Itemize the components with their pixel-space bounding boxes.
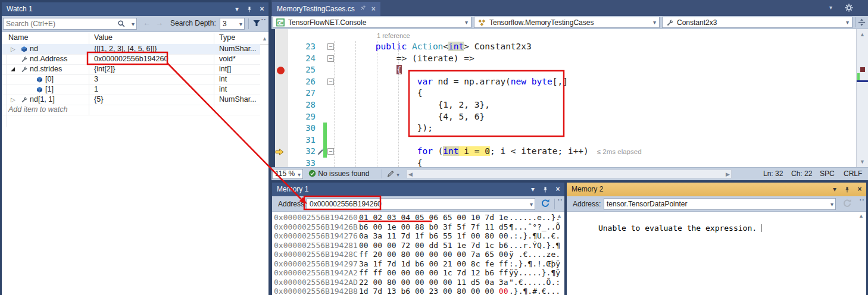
breakpoint-margin[interactable] [275,29,288,167]
health-indicator[interactable]: No issues found [308,170,369,178]
fold-collapse-icon[interactable]: – [327,79,334,85]
code-line[interactable]: { [334,64,402,76]
expander-collapsed-icon[interactable]: ▷ [11,95,15,105]
code-line[interactable]: { [334,87,422,99]
expander-expanded-icon[interactable] [11,67,15,71]
toolbar-overflow[interactable]: ·· [261,16,267,23]
close-icon[interactable]: × [554,186,562,194]
watch-value: 1 [94,84,210,95]
code-line[interactable]: {4, 5, 6} [334,111,485,123]
code-line[interactable]: public Action<int> Constant2x3 [334,41,532,53]
fold-collapse-icon[interactable]: – [327,55,334,62]
tab-close-icon[interactable]: × [371,2,376,16]
watch-row[interactable]: Add item to watch [2,105,260,115]
code-line[interactable]: => (iterate) => [334,53,474,65]
search-forward-icon[interactable]: → [155,18,163,27]
watch-grid[interactable]: Name Value Type ▷nd{[[1, 2, 3], [4, 5, 6… [2,32,268,295]
status-insert-mode: SPC [820,170,835,178]
col-value[interactable]: Value [94,33,113,43]
text-cursor [761,224,761,232]
memory-ascii: ÿÿ.....}.¶ÿ [509,268,560,278]
watch-type: int [219,84,261,95]
filter-watch-icon[interactable] [252,18,261,30]
watch-row[interactable]: nd.strides{int[2]}int[] [2,64,260,75]
tab-list-caret-icon[interactable]: ▾ [829,4,832,11]
class-dropdown[interactable]: Tensorflow.MemoryTestingCases ▾ [474,17,660,28]
watch-name: nd[1, 1] [30,95,88,105]
line-number: 29 [293,111,316,123]
col-type[interactable]: Type [219,33,235,43]
address-caret-icon[interactable]: ▾ [530,199,533,210]
fold-collapse-icon[interactable]: – [327,43,334,50]
codelens-references[interactable]: 1 reference [377,32,410,39]
window-position-icon[interactable]: ▾ [529,186,537,194]
toolbar-overflow[interactable]: ·· [558,196,563,203]
svg-text:C#: C# [277,20,284,25]
search-back-icon[interactable]: ← [143,18,151,27]
memory2-address-input[interactable]: tensor.TensorDataPointer ▾ [604,198,836,210]
member-dropdown[interactable]: Constant2x3 ▾ [662,17,853,28]
code-editor: MemoryTestingCases.cs × ▾ C# TensorFlowN… [271,0,868,180]
memory1-scroll-up-icon[interactable]: ▲ [555,213,564,219]
code-area[interactable]: 1 reference 23– public Action<int> Const… [271,29,868,167]
editor-status-bar: 115 % ▾ No issues found ▾ ◀ ▶ Ln: 32 Ch:… [271,167,868,180]
code-line[interactable]: }); [334,123,433,134]
line-number: 31 [293,134,316,146]
scroll-down-icon[interactable]: ▼ [857,159,868,165]
code-line[interactable]: for (int i = 0; i < iterate; i++)≤ 2ms e… [334,146,642,158]
tab-memorytestingcases[interactable]: MemoryTestingCases.cs × [272,2,380,16]
perf-tip[interactable]: ≤ 2ms elapsed [589,148,642,155]
pin-icon[interactable] [541,186,549,194]
search-options-caret-icon[interactable]: ▾ [132,19,135,30]
watch-row[interactable]: ▷nd{[[1, 2, 3], [4, 5, 6]]}NumShar... [2,44,260,55]
toolbar-overflow[interactable]: ·· [860,196,865,203]
memory2-message: Unable to evaluate the expression. [598,224,757,233]
close-icon[interactable]: × [258,5,266,14]
code-line[interactable]: { [334,158,422,167]
watch-row[interactable]: ▷nd[1, 1]{5}NumShar... [2,95,260,105]
memory2-scroll-up-icon[interactable]: ▲ [857,213,866,219]
editor-vertical-scrollbar[interactable]: ▲ ▼ [856,29,868,167]
project-dropdown[interactable]: C# TensorFlowNET.Console ▾ [273,17,472,28]
zoom-select[interactable]: 115 % ▾ [272,169,303,179]
editor-horizontal-scrollbar[interactable]: ◀ ▶ [407,170,732,178]
search-icon[interactable] [117,20,126,30]
code-line[interactable]: {1, 2, 3}, [334,99,490,111]
code-cleanup-icon[interactable]: ▾ [386,170,399,178]
search-depth-select[interactable]: 3 ▾ [220,18,245,30]
memory1-title-bar[interactable]: Memory 1 ▾ × [272,183,564,196]
close-icon[interactable]: × [855,186,864,194]
memory2-title-bar[interactable]: Memory 2 ▾ × [567,183,866,196]
pin-icon[interactable] [843,186,851,194]
window-position-icon[interactable]: ▾ [830,186,839,194]
address-caret-icon[interactable]: ▾ [830,199,833,210]
memory2-content[interactable]: Unable to evaluate the expression. [567,212,866,295]
split-window-icon[interactable] [857,18,866,29]
breakpoint-icon[interactable] [277,67,285,74]
scroll-up-icon[interactable]: ▲ [857,32,868,37]
watch-type: int [219,74,261,84]
watch-title-bar[interactable]: Watch 1 ▾ × [2,2,268,16]
search-input[interactable]: Search (Ctrl+E) ▾ [3,18,137,30]
refresh-icon[interactable] [540,198,551,211]
fold-collapse-icon[interactable]: – [327,148,334,155]
watch-name: Add item to watch [8,105,82,115]
memory1-content[interactable]: 0x000002556B19426001 02 03 04 05 06 65 0… [272,212,564,295]
changed-byte: 00 [499,287,508,295]
tab-pin-icon[interactable] [360,2,367,16]
col-name[interactable]: Name [8,33,28,43]
pin-icon[interactable] [245,5,254,14]
watch-scroll-up-icon[interactable]: ▲ [262,36,267,42]
line-number: 25 [293,64,316,76]
line-number: 30 [293,123,316,134]
expander-collapsed-icon[interactable]: ▷ [11,44,15,54]
memory-address: 0x000002556B194297 [274,259,358,269]
window-position-icon[interactable]: ▾ [233,5,241,14]
watch-row[interactable]: [1]1int [2,84,260,95]
watch-row[interactable]: [0]3int [2,74,260,85]
code-line[interactable]: var nd = np.array(new byte[,] [334,76,568,88]
watch-row[interactable]: nd.Address0x000002556b194260void* [2,54,260,65]
memory1-address-input[interactable]: 0x000002556B194260 ▾ [307,198,535,210]
memory2-window: Memory 2 ▾ × Address: tensor.TensorDataP… [567,183,866,295]
gear-icon[interactable] [844,3,854,15]
